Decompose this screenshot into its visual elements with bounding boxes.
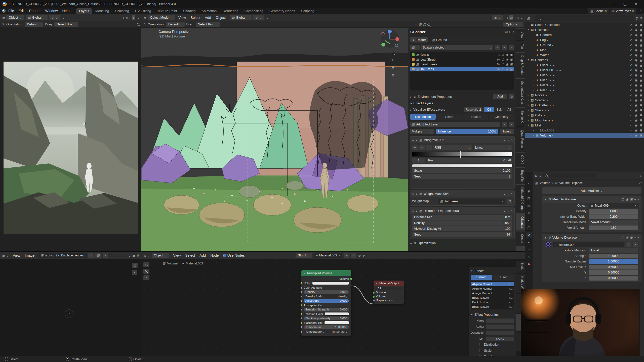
image-tool-cursor-button[interactable] xyxy=(132,263,138,268)
material-field[interactable]: Material.003 xyxy=(314,253,342,258)
hide-viewport-icon[interactable] xyxy=(635,23,637,27)
workspace-tab[interactable]: Modeling xyxy=(93,8,112,14)
viewport-menu-item[interactable]: View xyxy=(176,16,188,20)
node-input-row[interactable]: Temperature1000.000 xyxy=(304,325,349,329)
checkbox-toggle-icon[interactable] xyxy=(630,103,632,107)
disclosure-icon[interactable]: ▸ xyxy=(532,64,535,66)
hide-viewport-icon[interactable] xyxy=(635,108,637,112)
layer-render-visibility-icon[interactable] xyxy=(510,67,513,71)
effect-slider[interactable]: Viewport Display % 100 xyxy=(412,226,512,231)
blender-menu-icon[interactable] xyxy=(2,9,6,13)
outliner-row[interactable]: ▼ ▤ Columns xyxy=(525,57,644,62)
sidebar-tab[interactable]: ScreenCast Keys xyxy=(516,79,525,107)
layer-exclude-icon[interactable] xyxy=(502,63,504,66)
proportional-edit-icon[interactable] xyxy=(61,16,64,20)
visualise-mode-button[interactable]: Sel. xyxy=(494,107,504,112)
scene-selector[interactable]: Scene xyxy=(588,8,609,14)
checkbox-toggle-icon[interactable] xyxy=(630,123,632,127)
hide-viewport-icon[interactable] xyxy=(635,128,637,132)
resolution-field[interactable]: Resolutio2 xyxy=(464,107,482,112)
scatter-layer-row[interactable]: Samll Trees 5k xyxy=(410,62,514,67)
input-socket[interactable] xyxy=(373,292,375,294)
disable-render-icon[interactable] xyxy=(640,133,642,137)
texture-new-button[interactable] xyxy=(633,242,638,247)
disclosure-icon[interactable]: ▸ xyxy=(532,54,535,56)
orientation-value-dropdown[interactable]: Default xyxy=(25,22,43,27)
input-socket[interactable] xyxy=(300,300,303,302)
ramp-color-mode-dropdown[interactable]: RGB xyxy=(433,145,472,150)
extras-menu-icon[interactable] xyxy=(634,236,636,239)
hide-viewport-icon[interactable] xyxy=(635,133,637,137)
editor-type-icon[interactable] xyxy=(2,16,5,20)
layer-viewport-visibility-icon[interactable] xyxy=(506,53,508,57)
shading-mode-switch[interactable] xyxy=(506,15,519,20)
disclosure-icon[interactable]: ▸ xyxy=(527,109,530,111)
effects-list-item[interactable]: Align to Normal v... xyxy=(471,286,514,291)
node-input-row[interactable]: Emission Color xyxy=(304,312,349,316)
menu-item[interactable]: Window xyxy=(43,9,60,13)
disable-render-icon[interactable] xyxy=(640,108,642,112)
texture-preview-icon[interactable] xyxy=(546,242,551,247)
expand-icon[interactable] xyxy=(410,108,412,112)
image-options-icon[interactable] xyxy=(137,253,139,257)
layer-render-visibility-icon[interactable] xyxy=(510,63,513,66)
outliner-row[interactable]: ▸ ▲ Pilar5 ▲● xyxy=(525,87,644,93)
disclosure-icon[interactable]: ▸ xyxy=(527,104,530,106)
disable-render-icon[interactable] xyxy=(640,83,642,87)
visualise-mode-button[interactable]: All xyxy=(504,107,514,112)
outliner-row[interactable]: ▸ ▤ Stairs ▲● xyxy=(525,108,644,113)
checkbox-toggle-icon[interactable] xyxy=(630,43,632,47)
layer-render-visibility-icon[interactable] xyxy=(510,53,513,57)
disclosure-icon[interactable]: ▼ xyxy=(527,124,530,126)
effect-checkbox-row[interactable]: Rotation xyxy=(471,354,514,356)
node-input-row[interactable]: Anisotropy0.000 xyxy=(304,299,349,303)
sidebar-tab[interactable]: GScatter xyxy=(516,214,525,231)
disable-render-icon[interactable] xyxy=(640,53,642,57)
remove-effect-icon[interactable] xyxy=(511,209,512,213)
move-down-icon[interactable] xyxy=(507,192,509,196)
orientation-value-dropdown[interactable]: Default xyxy=(166,22,185,27)
unlink-image-button[interactable] xyxy=(103,253,108,258)
effect-enable-icon[interactable] xyxy=(412,209,414,213)
ortho-toggle-icon[interactable] xyxy=(391,72,394,77)
disable-render-icon[interactable] xyxy=(640,118,642,122)
ramp-stop-position-field[interactable]: Pos0.478 xyxy=(427,158,512,163)
effect-enable-icon[interactable] xyxy=(412,138,414,142)
effect-checkbox-row[interactable]: Scale xyxy=(471,348,514,353)
sidebar-tab[interactable]: OCD 2 xyxy=(516,153,525,167)
outliner-row[interactable]: ▸ ▦ Volume ● xyxy=(525,133,644,138)
effects-list-item[interactable]: Brick Texture v... xyxy=(471,304,514,309)
effect-category-tab[interactable]: Rotation xyxy=(463,114,488,120)
sidebar-tab[interactable]: Drop & Render xyxy=(516,53,525,78)
effects-tab[interactable]: User xyxy=(493,275,514,280)
remove-effect-icon[interactable] xyxy=(511,138,512,142)
material-browse-button[interactable] xyxy=(344,253,349,258)
outliner-search-input[interactable] xyxy=(535,15,634,21)
layer-exclude-icon[interactable] xyxy=(502,53,504,57)
delete-modifier-icon[interactable] xyxy=(637,197,639,201)
workspace-tab[interactable]: Geometry Nodes xyxy=(267,8,298,14)
node-input-row[interactable]: Displacement xyxy=(376,298,401,302)
shader-menu-item[interactable]: Node xyxy=(208,253,221,257)
properties-tab-icon[interactable]: ○ xyxy=(526,247,532,252)
field-input[interactable] xyxy=(486,319,514,323)
checkbox-toggle-icon[interactable] xyxy=(630,53,632,57)
checkbox-toggle-icon[interactable] xyxy=(630,78,632,82)
shading-options-icon[interactable] xyxy=(137,16,139,20)
layer-color-swatch[interactable] xyxy=(412,53,415,56)
checkbox-toggle-icon[interactable] xyxy=(630,58,632,62)
mode-dropdown[interactable]: Object Mode xyxy=(148,15,175,20)
disclosure-icon[interactable]: ▸ xyxy=(527,94,530,96)
node-input-row[interactable]: Volume xyxy=(376,295,401,298)
edit-mode-toggle-icon[interactable] xyxy=(621,236,624,239)
expand-icon[interactable] xyxy=(410,241,412,245)
workspace-tab[interactable]: Sculpting xyxy=(112,8,132,14)
workspace-tab[interactable]: UV Editing xyxy=(132,8,154,14)
snap-dropdown[interactable] xyxy=(253,15,264,20)
properties-tab-icon[interactable]: ◐ xyxy=(526,217,532,223)
properties-tab-icon[interactable]: ⚙ xyxy=(526,232,532,238)
modifier-name[interactable]: Volume Displace xyxy=(552,236,620,239)
effect-enable-icon[interactable] xyxy=(412,192,414,196)
properties-tab-icon[interactable]: ◍ xyxy=(526,210,532,216)
zoom-icon[interactable] xyxy=(392,52,394,54)
